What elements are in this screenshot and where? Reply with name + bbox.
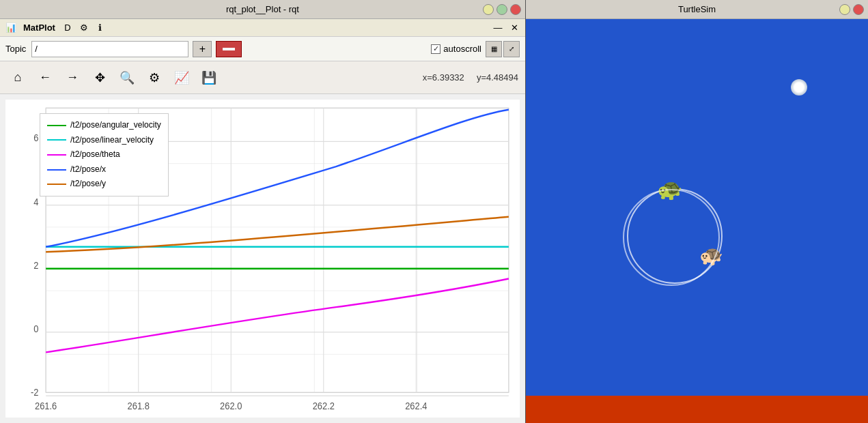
autoscroll-checkbox-row[interactable]: ✓ autoscroll [431,44,481,54]
menu-dash-icon[interactable]: — [491,21,505,35]
save-tool-button[interactable]: 💾 [198,67,220,89]
svg-text:261.8: 261.8 [128,400,150,411]
maximize-button[interactable] [496,4,507,15]
app-logo: MatPlot [20,23,58,33]
legend-item-y: /t2/pose/y [47,177,161,192]
light-orb [791,79,807,96]
menu-gear-icon[interactable]: ⚙ [77,21,91,35]
legend-item-linear-velocity: /t2/pose/linear_velocity [47,133,161,148]
plot-legend: /t2/pose/angular_velocity /t2/pose/linea… [40,113,169,196]
pan-tool-button[interactable]: ✥ [89,67,111,89]
bottom-strip [526,396,868,423]
svg-text:262.4: 262.4 [405,400,428,411]
svg-text:262.2: 262.2 [313,400,335,411]
x-coord: x=6.39332 [423,72,464,83]
turtlesim-title-bar: TurtleSim [526,0,868,19]
turtlesim-controls [839,4,864,15]
svg-text:262.0: 262.0 [220,400,242,411]
autoscroll-checkbox[interactable]: ✓ [431,44,440,54]
topic-bar: Topic + ✓ autoscroll ▦ ⤢ [0,37,525,61]
toolbar: ⌂ ← → ✥ 🔍 ⚙ 📈 💾 x=6.39332 y=4.48494 [0,61,525,94]
legend-item-angular-velocity: /t2/pose/angular_velocity [47,118,161,133]
zoom-tool-button[interactable]: 🔍 [116,67,138,89]
legend-label-angular-velocity: /t2/pose/angular_velocity [70,118,161,133]
legend-line-theta [47,154,66,156]
menu-info-icon[interactable]: ℹ [94,21,107,35]
title-bar-controls [483,4,521,15]
legend-label-y: /t2/pose/y [70,177,106,192]
legend-line-x [47,169,66,171]
add-topic-button[interactable]: + [193,41,212,57]
svg-text:-2: -2 [31,386,38,398]
autoscroll-area: ✓ autoscroll ▦ ⤢ [431,41,520,57]
legend-line-angular-velocity [47,125,66,126]
legend-line-y [47,184,66,185]
svg-text:0: 0 [33,323,38,334]
topic-input[interactable] [31,41,188,57]
turtlesim-title: TurtleSim [678,4,716,14]
config-tool-button[interactable]: ⚙ [143,67,165,89]
legend-label-x: /t2/pose/x [70,162,106,177]
menu-close-icon[interactable]: ✕ [507,21,521,35]
turtle-1: 🐢 [657,177,682,201]
autoscroll-label: autoscroll [443,44,481,54]
layout-expand-button[interactable]: ⤢ [503,41,520,57]
app-icon: 📊 [4,21,18,35]
turtle-circle-path [627,188,723,284]
forward-tool-button[interactable]: → [61,67,83,89]
svg-text:4: 4 [33,196,38,207]
legend-label-linear-velocity: /t2/pose/linear_velocity [70,133,154,148]
home-tool-button[interactable]: ⌂ [7,67,29,89]
remove-topic-button[interactable] [216,41,242,57]
plot-area: /t2/pose/angular_velocity /t2/pose/linea… [5,100,520,418]
minimize-button[interactable] [483,4,494,15]
back-tool-button[interactable]: ← [34,67,56,89]
title-bar: rqt_plot__Plot - rqt [0,0,525,19]
y-coord: y=4.48494 [477,72,518,83]
legend-line-linear-velocity [47,139,66,141]
coords-display: x=6.39332 y=4.48494 [423,72,518,83]
turtle-2: 🐢 [699,244,723,267]
lines-tool-button[interactable]: 📈 [171,67,193,89]
topic-label: Topic [5,44,26,54]
svg-text:6: 6 [33,132,38,143]
menu-d-icon[interactable]: D [61,21,74,35]
turtlesim-minimize-button[interactable] [839,4,850,15]
turtle-canvas: 🐢 🐢 [526,19,868,396]
window-title: rqt_plot__Plot - rqt [226,4,299,14]
rqt-plot-window: rqt_plot__Plot - rqt 📊 MatPlot D ⚙ ℹ — ✕… [0,0,526,423]
layout-buttons: ▦ ⤢ [486,41,520,57]
svg-text:261.6: 261.6 [35,400,57,411]
turtlesim-window: TurtleSim 🐢 🐢 [526,0,868,423]
menu-bar: 📊 MatPlot D ⚙ ℹ — ✕ [0,19,525,37]
legend-label-theta: /t2/pose/theta [70,147,120,162]
legend-item-x: /t2/pose/x [47,162,161,177]
turtlesim-close-button[interactable] [853,4,864,15]
close-button[interactable] [510,4,521,15]
remove-icon [223,48,235,50]
legend-item-theta: /t2/pose/theta [47,147,161,162]
svg-text:2: 2 [33,259,38,271]
layout-grid-button[interactable]: ▦ [486,41,502,57]
